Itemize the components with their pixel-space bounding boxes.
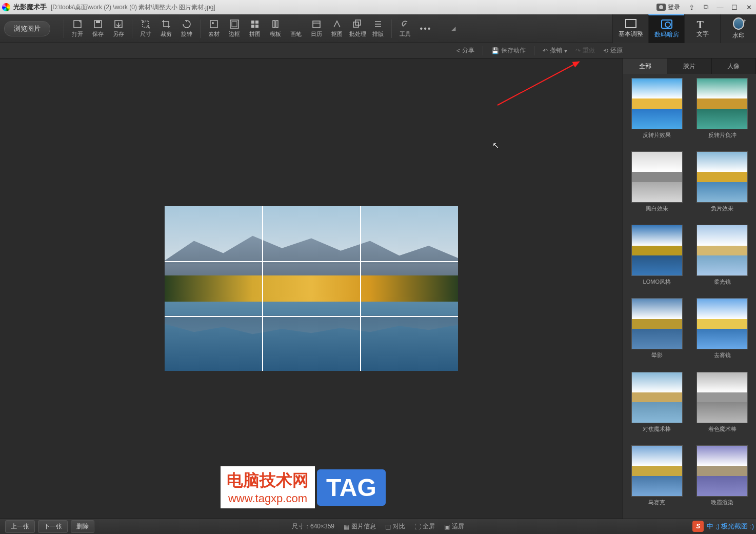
next-image-button[interactable]: 下一张 [38,520,68,533]
filter-tab-film[interactable]: 胶片 [667,58,711,74]
svg-rect-9 [251,21,254,24]
filter-item-lomo[interactable]: LOMO风格 [627,225,687,294]
canvas-area[interactable]: ↖ 电脑技术网 www.tagxp.com TAG [0,58,623,519]
watermark-tab[interactable]: 水印 [720,14,756,43]
svg-rect-8 [232,22,237,27]
svg-rect-2 [96,21,100,23]
info-icon: ▦ [344,523,349,530]
crop-button[interactable]: 裁剪 [156,16,176,41]
batch-button[interactable]: 批处理 [347,16,368,41]
filter-label: 晚霞渲染 [711,499,733,506]
close-button[interactable]: ✕ [742,2,756,12]
delete-button[interactable]: 删除 [71,520,94,533]
filter-item-vivid[interactable]: 反转片效果 [627,78,687,147]
filter-label: 马赛克 [648,499,665,506]
brush-icon [291,19,301,29]
svg-rect-16 [353,22,359,27]
pin-button[interactable]: ⇪ [684,2,699,12]
open-icon [72,19,83,29]
filter-item-sunset[interactable]: 晚霞渲染 [693,445,752,515]
restore-button[interactable]: ⟲还原 [603,46,623,55]
fullscreen-button[interactable]: ⛶全屏 [414,522,435,531]
collage-icon [250,19,260,29]
collage-button[interactable]: 拼图 [245,16,265,41]
layout-button[interactable]: 排版 [368,16,388,41]
svg-rect-17 [355,20,361,25]
filter-item-focus[interactable]: 对焦魔术棒 [627,372,687,441]
main-image[interactable] [165,206,458,371]
annotation-arrow [498,62,580,106]
filter-item-soft[interactable]: 柔光镜 [693,225,752,294]
prev-image-button[interactable]: 上一张 [5,520,35,533]
filter-tab-portrait[interactable]: 人像 [712,58,756,74]
maximize-button[interactable]: ☐ [727,2,742,12]
filter-label: 反转片负冲 [708,131,737,139]
status-bar: 上一张 下一张 删除 尺寸：640×359 ▦图片信息 ◫对比 ⛶全屏 ▣适屏 [0,519,756,534]
calendar-button[interactable]: 日历 [306,16,327,41]
filter-tab-all[interactable]: 全部 [623,58,667,74]
login-label: 登录 [668,3,680,12]
browse-images-button[interactable]: 浏览图片 [4,21,50,36]
filter-item-vignette[interactable]: 晕影 [627,298,687,367]
brush-button[interactable]: 画笔 [286,16,306,41]
title-bar: 光影魔术手 [D:\tools\桌面\work (2) \work (0) 素材… [0,0,756,14]
filter-item-colorize[interactable]: 着色魔术棒 [693,372,752,441]
share-button[interactable]: <分享 [456,46,474,55]
rotate-button[interactable]: 旋转 [176,16,197,41]
save-button[interactable]: 保存 [88,16,108,41]
minimize-button[interactable]: — [713,2,727,12]
login-button[interactable]: 登录 [652,3,684,12]
more-button[interactable]: ••• [415,16,436,41]
open-button[interactable]: 打开 [67,16,88,41]
cutout-icon [332,19,342,29]
filter-item-dehaze[interactable]: 去雾镜 [693,298,752,367]
filter-item-mosaic[interactable]: 马赛克 [627,445,687,515]
filter-thumbnail [631,372,683,423]
separator [132,19,132,38]
tools-button[interactable]: 工具 [395,16,415,41]
template-button[interactable]: 模板 [265,16,286,41]
filter-label: 黑白效果 [646,205,668,212]
mouse-cursor: ↖ [492,141,499,150]
image-info-button[interactable]: ▦图片信息 [344,522,376,531]
fitscreen-button[interactable]: ▣适屏 [444,522,464,531]
compare-icon: ◫ [385,523,391,530]
digital-darkroom-tab[interactable]: 数码暗房 [648,14,684,43]
disk-icon: 💾 [491,47,499,54]
compare-button[interactable]: ◫对比 [385,522,405,531]
filter-thumbnail [697,445,748,497]
image-dimensions: 尺寸：640×359 [292,522,334,531]
restore-down-button[interactable]: ⧉ [699,2,713,12]
saveas-button[interactable]: 另存 [108,16,129,41]
filter-item-bw[interactable]: 黑白效果 [627,151,687,221]
filter-thumbnail [697,78,748,129]
camera-icon [661,19,672,29]
expand-icon[interactable]: ◢ [451,25,455,32]
filter-label: LOMO风格 [643,278,671,286]
calendar-icon [311,19,322,29]
filter-thumbnail [631,151,683,203]
fullscreen-icon: ⛶ [414,523,421,530]
save-icon [93,19,103,29]
filter-item-neg[interactable]: 负片效果 [693,151,752,221]
resize-button[interactable]: 尺寸 [135,16,156,41]
save-action-button[interactable]: 💾保存动作 [491,46,526,55]
text-tab[interactable]: T 文字 [684,14,720,43]
basic-adjust-tab[interactable]: 基本调整 [612,14,648,43]
user-icon [656,4,666,11]
filter-label: 柔光镜 [714,278,731,286]
filter-thumbnail [697,298,748,349]
border-button[interactable]: 边框 [224,16,245,41]
svg-rect-7 [230,20,238,28]
undo-button[interactable]: ↶撤销 ▾ [543,46,567,55]
rotate-icon [182,19,192,29]
filter-label: 对焦魔术棒 [643,425,671,433]
redo-icon: ↷ [575,47,581,54]
filter-item-cross[interactable]: 反转片负冲 [693,78,752,147]
svg-rect-10 [255,21,258,24]
cutout-button[interactable]: 抠图 [327,16,347,41]
template-icon [270,19,281,29]
filter-thumbnail [631,445,683,497]
chevron-down-icon: ▾ [564,47,567,54]
material-button[interactable]: 素材 [204,16,224,41]
